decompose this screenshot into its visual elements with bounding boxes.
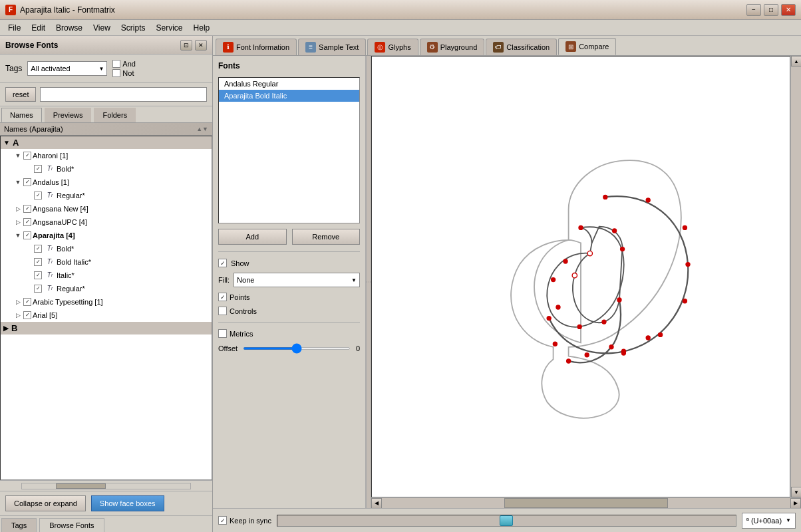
group-a-arrow-icon: ▼ — [3, 139, 10, 146]
tree-item-aparajita[interactable]: ▼ Aparajita [4] — [11, 229, 212, 242]
middle-divider[interactable]: ⋮ — [366, 56, 371, 508]
tree-scroll[interactable]: ▼ A ▼ Aharoni [1] Tr Bold* — [0, 136, 212, 480]
h-scroll-thumb[interactable] — [504, 498, 668, 508]
expand-angsana-upc-icon[interactable]: ▷ — [14, 218, 22, 226]
controls-checkbox[interactable] — [218, 307, 227, 315]
checkbox-angsana-upc[interactable] — [23, 218, 31, 226]
expand-angsana-new-icon[interactable]: ▷ — [14, 205, 22, 213]
show-checkbox[interactable]: ✓ — [218, 259, 227, 267]
scroll-up-button[interactable]: ▲ — [791, 56, 801, 66]
expand-andalus-icon[interactable]: ▼ — [14, 178, 22, 186]
search-input[interactable] — [40, 87, 207, 102]
menu-browse[interactable]: Browse — [51, 22, 88, 34]
tree-item-aparajita-bold[interactable]: Tr Bold* — [22, 242, 212, 255]
scroll-down-button[interactable]: ▼ — [791, 487, 801, 497]
tree-item-aparajita-regular[interactable]: Tr Regular* — [22, 282, 212, 295]
tab-names[interactable]: Names — [1, 108, 42, 122]
tree-group-b[interactable]: ▶ B — [1, 322, 212, 334]
tree-item-arabic-typesetting[interactable]: ▷ Arabic Typesetting [1] — [11, 295, 212, 309]
tree-item-andalus-regular[interactable]: Tr Regular* — [22, 189, 212, 202]
fonts-list-item-andalus[interactable]: Andalus Regular — [219, 78, 359, 90]
minimize-button[interactable]: − — [746, 4, 761, 16]
checkbox-aparajita[interactable] — [23, 231, 31, 239]
group-b-arrow-icon: ▶ — [3, 325, 9, 332]
metrics-checkbox[interactable] — [218, 329, 227, 338]
bottom-tab-browse-fonts[interactable]: Browse Fonts — [39, 518, 104, 532]
svg-point-17 — [551, 277, 556, 282]
tree-item-aharoni[interactable]: ▼ Aharoni [1] — [11, 149, 212, 162]
fonts-list[interactable]: Andalus Regular Aparajita Bold Italic — [218, 77, 360, 223]
aparajita-regular-label: Regular* — [57, 283, 85, 295]
points-checkbox[interactable]: ✓ — [218, 293, 227, 301]
tree-group-a[interactable]: ▼ A — [1, 136, 212, 149]
tab-previews[interactable]: Previews — [45, 108, 92, 122]
collapse-expand-button[interactable]: Collapse or expand — [5, 495, 86, 511]
expand-andalus-regular-icon — [25, 192, 33, 200]
expand-aparajita-icon[interactable]: ▼ — [14, 231, 22, 239]
tree-scroll-horizontal[interactable] — [0, 480, 212, 491]
svg-point-12 — [620, 247, 625, 251]
and-checkbox[interactable] — [112, 60, 120, 68]
tab-folders[interactable]: Folders — [94, 108, 136, 122]
menu-file[interactable]: File — [3, 22, 26, 34]
checkbox-aparajita-regular[interactable] — [34, 285, 42, 293]
show-face-boxes-button[interactable]: Show face boxes — [91, 495, 164, 511]
tab-compare[interactable]: ⊞ Compare — [558, 38, 616, 55]
bottom-tab-tags[interactable]: Tags — [1, 518, 37, 532]
sync-slider-thumb[interactable] — [500, 515, 513, 526]
checkbox-aharoni[interactable] — [23, 152, 31, 160]
checkbox-arabic-typesetting[interactable] — [23, 298, 31, 306]
scroll-left-button[interactable]: ◀ — [371, 498, 382, 509]
tree-item-andalus[interactable]: ▼ Andalus [1] — [11, 176, 212, 189]
tab-sample-text[interactable]: ≡ Sample Text — [298, 39, 366, 55]
menu-edit[interactable]: Edit — [26, 22, 51, 34]
add-font-button[interactable]: Add — [218, 229, 287, 245]
menu-service[interactable]: Service — [151, 22, 188, 34]
tree-item-aharoni-bold[interactable]: Tr Bold* — [22, 162, 212, 176]
not-checkbox-row: Not — [112, 69, 136, 77]
checkbox-andalus[interactable] — [23, 178, 31, 186]
reset-button[interactable]: reset — [5, 87, 36, 102]
remove-font-button[interactable]: Remove — [292, 229, 361, 245]
checkbox-aparajita-bold-italic[interactable] — [34, 258, 42, 266]
scroll-track[interactable] — [791, 66, 801, 487]
not-label: Not — [122, 69, 134, 77]
tree-item-aparajita-bold-italic[interactable]: Tr Bold Italic* — [22, 255, 212, 269]
fill-select[interactable]: None ▼ — [234, 273, 360, 287]
menu-scripts[interactable]: Scripts — [116, 22, 151, 34]
checkbox-aparajita-italic[interactable] — [34, 271, 42, 279]
checkbox-aparajita-bold[interactable] — [34, 245, 42, 253]
tab-playground[interactable]: ⚙ Playground — [420, 39, 485, 55]
scroll-right-button[interactable]: ▶ — [790, 498, 801, 509]
checkbox-angsana-new[interactable] — [23, 205, 31, 213]
close-button[interactable]: ✕ — [781, 4, 796, 16]
keep-sync-checkbox[interactable]: ✓ — [218, 516, 227, 525]
not-checkbox[interactable] — [112, 69, 120, 77]
fonts-list-item-aparajita[interactable]: Aparajita Bold Italic — [219, 90, 359, 102]
menu-view[interactable]: View — [88, 22, 116, 34]
tags-dropdown[interactable]: All activated ▼ — [27, 61, 107, 76]
maximize-button[interactable]: □ — [764, 4, 778, 16]
tree-item-angsana-new[interactable]: ▷ Angsana New [4] — [11, 202, 212, 215]
char-selector[interactable]: ª (U+00aa) ▼ — [742, 513, 796, 529]
expand-aharoni-icon[interactable]: ▼ — [14, 152, 22, 160]
restore-panel-button[interactable]: ⊡ — [180, 40, 192, 51]
tab-glyphs[interactable]: ◎ Glyphs — [367, 39, 418, 55]
checkbox-andalus-regular[interactable] — [34, 192, 42, 200]
checkbox-arial[interactable] — [23, 311, 31, 319]
h-scroll-track[interactable] — [382, 498, 790, 508]
offset-slider[interactable] — [243, 347, 351, 350]
tab-classification[interactable]: 🏷 Classification — [486, 39, 557, 55]
reset-row: reset — [0, 83, 212, 106]
expand-aharoni-bold-icon — [25, 165, 33, 173]
tree-item-angsana-upc[interactable]: ▷ AngsanaUPC [4] — [11, 215, 212, 229]
close-panel-button[interactable]: ✕ — [195, 40, 207, 51]
tab-font-information[interactable]: ℹ Font Information — [216, 39, 297, 55]
sync-slider[interactable] — [277, 515, 736, 527]
menu-help[interactable]: Help — [188, 22, 216, 34]
tree-item-aparajita-italic[interactable]: Tr Italic* — [22, 269, 212, 282]
tree-item-arial[interactable]: ▷ Arial [5] — [11, 309, 212, 322]
checkbox-aharoni-bold[interactable] — [34, 165, 42, 173]
expand-arabic-typesetting-icon[interactable]: ▷ — [14, 298, 22, 306]
expand-arial-icon[interactable]: ▷ — [14, 311, 22, 319]
